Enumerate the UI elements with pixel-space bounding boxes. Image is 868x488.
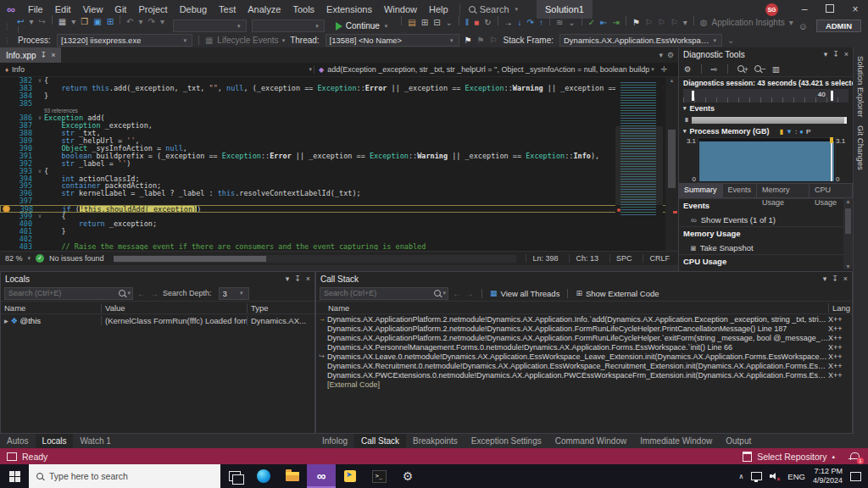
show-next-statement-icon[interactable]: → xyxy=(504,18,513,27)
bookmark-icon[interactable]: ⚑ xyxy=(632,18,640,27)
column-name[interactable]: Name xyxy=(316,303,828,313)
code-line[interactable]: 382∨{ xyxy=(0,77,678,85)
minimap[interactable] xyxy=(615,79,663,249)
lifecycle-events-label[interactable]: Lifecycle Events xyxy=(217,36,278,45)
diagnostic-windows-icon[interactable]: ⊞ xyxy=(421,18,428,27)
code-line[interactable]: 392 str _label = '') xyxy=(0,160,678,168)
bookmark-next-icon[interactable]: ⚐ xyxy=(658,18,665,27)
network-icon[interactable] xyxy=(751,472,762,480)
dropdown-icon[interactable]: ▾ xyxy=(139,17,143,26)
toolbar-overflow-icon[interactable]: ⌄ xyxy=(727,36,734,45)
break-all-icon[interactable]: ‖ xyxy=(465,18,469,27)
close-panel-icon[interactable]: × xyxy=(843,274,848,283)
menu-git[interactable]: Git xyxy=(108,4,132,14)
side-tab-solution-explorer[interactable]: Solution Explorer xyxy=(854,47,865,117)
tab-immediate-window[interactable]: Immediate Window xyxy=(633,434,719,448)
stack-frame-row[interactable]: Dynamics.AX.PWCExtensions.0.netmodule!Dy… xyxy=(316,370,852,380)
navigate-back-code-icon[interactable]: ⇤ xyxy=(600,18,607,27)
task-view-button[interactable] xyxy=(220,464,249,488)
code-line[interactable]: 390 Object _sysInfoAction = null, xyxy=(0,145,678,152)
close-panel-icon[interactable]: × xyxy=(844,50,849,58)
scroll-up-icon[interactable]: ▴ xyxy=(665,77,678,84)
watch-window-icon[interactable]: ⊟ xyxy=(433,18,440,27)
tab-command-window[interactable]: Command Window xyxy=(548,434,633,448)
stack-frame-row[interactable]: Dynamics.AX.Recruitment.0.netmodule!Dyna… xyxy=(316,361,852,370)
code-line[interactable]: 385 xyxy=(0,100,678,108)
collapse-icon[interactable]: ▾ xyxy=(683,105,687,112)
fold-icon[interactable]: ∨ xyxy=(36,213,44,220)
summary-item[interactable]: ∞Show Events (1 of 1) xyxy=(679,213,853,226)
code-line[interactable]: 384} xyxy=(0,92,678,100)
undo-icon[interactable]: ↶ xyxy=(126,17,133,26)
solution-platforms-combobox[interactable]: ▾ xyxy=(252,19,325,32)
stack-frame-row[interactable]: Dynamics.AX.PersonnelManagement.Forms.0.… xyxy=(316,342,852,352)
zoom-in-icon[interactable]: + xyxy=(737,64,749,74)
flag-marked-icon[interactable]: ⚑ xyxy=(477,36,485,45)
window-position-icon[interactable]: ▾ xyxy=(824,50,828,58)
health-check-icon[interactable]: ✓ xyxy=(36,254,44,263)
tab-output[interactable]: Output xyxy=(719,434,758,448)
menu-project[interactable]: Project xyxy=(132,4,173,14)
side-tab-git-changes[interactable]: Git Changes xyxy=(854,117,865,170)
close-panel-icon[interactable]: × xyxy=(306,274,310,283)
code-line[interactable]: 395 container packedAction; xyxy=(0,182,678,190)
language-indicator[interactable]: ENG xyxy=(787,472,805,481)
tray-expand-icon[interactable]: ∧ xyxy=(739,473,744,480)
file-explorer-button[interactable] xyxy=(278,464,307,488)
menu-extensions[interactable]: Extensions xyxy=(320,4,378,14)
column-lang[interactable]: Lang xyxy=(828,303,852,313)
locals-search-box[interactable]: ▾ xyxy=(4,287,133,300)
chevron-down-icon[interactable]: ▾ xyxy=(309,66,312,73)
editor-options-icon[interactable]: ⚙ xyxy=(667,51,674,59)
toolbar-overflow-icon[interactable]: ⌄ xyxy=(446,18,453,27)
code-line[interactable]: 393∨{ xyxy=(0,168,678,175)
code-line[interactable]: 397 xyxy=(0,197,678,205)
stack-frame-row[interactable]: →Dynamics.AX.ApplicationPlatform.2.netmo… xyxy=(316,314,852,324)
lightbulb-icon[interactable]: ◍ xyxy=(700,18,708,27)
breakpoint-icon[interactable] xyxy=(1,206,11,212)
nav-forward-icon[interactable]: ↪ xyxy=(38,17,45,26)
taskbar-search-box[interactable]: Type here to search xyxy=(29,464,220,488)
view-all-threads-button[interactable]: ▦ View all Threads xyxy=(490,289,559,298)
menu-edit[interactable]: Edit xyxy=(49,4,77,14)
dropdown-icon[interactable]: ▾ xyxy=(29,17,33,26)
window-position-icon[interactable]: ▾ xyxy=(823,274,827,283)
stack-frame-row[interactable]: ↪Dynamics.AX.Leave.0.netmodule!Dynamics.… xyxy=(316,352,852,361)
bookmark-prev-icon[interactable]: ⚐ xyxy=(645,18,653,27)
screenshot-tool-button[interactable] xyxy=(336,464,364,488)
pin-icon[interactable]: ↧ xyxy=(832,274,838,283)
step-over-icon[interactable]: ↷ xyxy=(527,18,534,27)
admin-button[interactable]: ADMIN xyxy=(816,19,861,32)
show-external-code-button[interactable]: ⊞ Show External Code xyxy=(576,289,659,298)
tab-watch-1[interactable]: Watch 1 xyxy=(73,434,117,448)
code-line[interactable]: 93 references xyxy=(0,108,678,115)
reset-view-icon[interactable]: ▥ xyxy=(772,64,780,74)
menu-file[interactable]: File xyxy=(22,4,49,14)
chevron-down-icon[interactable]: ▾ xyxy=(651,66,654,73)
redo-icon[interactable]: ↷ xyxy=(148,17,155,26)
editor-horizontal-scrollbar[interactable] xyxy=(114,255,517,263)
code-line[interactable]: 403 // Raise the message event if there … xyxy=(0,243,678,251)
process-combobox[interactable]: [13220] iisexpress.exe▾ xyxy=(57,34,192,47)
search-depth-combobox[interactable]: 3▾ xyxy=(219,287,249,300)
avatar[interactable]: SG xyxy=(765,3,778,16)
format-document-icon[interactable]: ≋ xyxy=(556,18,563,27)
stack-frame-row[interactable]: [External Code] xyxy=(316,380,852,389)
search-next-icon[interactable]: → xyxy=(150,289,159,298)
column-name[interactable]: Name xyxy=(1,303,101,313)
toolbar-grip[interactable]: ⋮ xyxy=(3,36,11,45)
code-line[interactable]: 398 if (!this.shouldAdd(_exception)) xyxy=(0,205,678,213)
diag-tab-cpu-usage[interactable]: CPU Usage xyxy=(810,184,853,197)
menu-test[interactable]: Test xyxy=(213,4,242,14)
close-tab-icon[interactable]: × xyxy=(51,51,55,59)
collapse-icon[interactable]: ▾ xyxy=(683,128,687,135)
action-center-icon[interactable] xyxy=(850,472,861,481)
code-line[interactable]: 400 return _exception; xyxy=(0,220,678,228)
diag-tab-memory-usage[interactable]: Memory Usage xyxy=(757,184,810,197)
stop-debugging-icon[interactable]: ■ xyxy=(474,18,479,27)
toolbar-grip[interactable]: ⋮ xyxy=(3,22,11,30)
toolbar-overflow-icon[interactable]: ⌄ xyxy=(568,18,575,27)
scrollbar-thumb[interactable] xyxy=(668,130,676,189)
select-repository-button[interactable]: Select Repository xyxy=(757,452,826,462)
summary-item[interactable]: ◙Take Snapshot xyxy=(679,241,853,254)
